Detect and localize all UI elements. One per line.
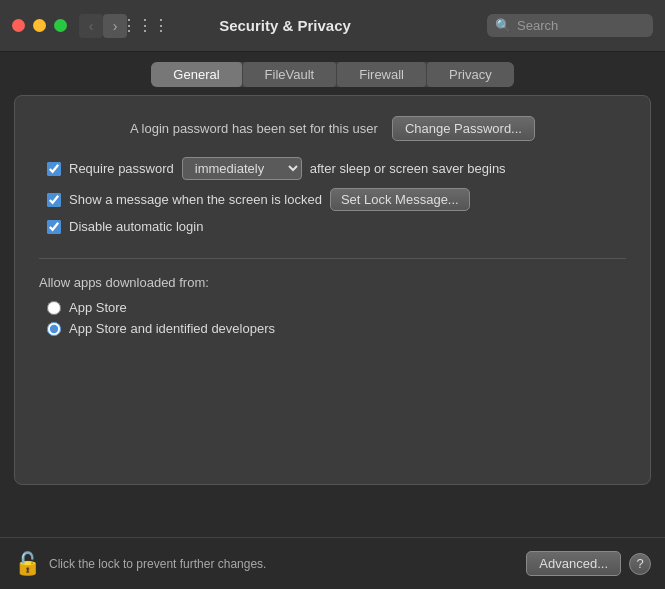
traffic-lights bbox=[12, 19, 67, 32]
app-store-label: App Store bbox=[69, 300, 127, 315]
disable-login-row: Disable automatic login bbox=[47, 219, 626, 234]
tabs-area: General FileVault Firewall Privacy bbox=[0, 52, 665, 87]
disable-login-checkbox[interactable] bbox=[47, 220, 61, 234]
search-input[interactable] bbox=[517, 18, 645, 33]
window-title: Security & Privacy bbox=[83, 17, 487, 34]
show-message-label: Show a message when the screen is locked bbox=[69, 192, 322, 207]
tab-container: General FileVault Firewall Privacy bbox=[151, 62, 513, 87]
search-icon: 🔍 bbox=[495, 18, 511, 33]
require-password-label: Require password bbox=[69, 161, 174, 176]
search-bar[interactable]: 🔍 bbox=[487, 14, 653, 37]
tab-privacy[interactable]: Privacy bbox=[427, 62, 514, 87]
lock-text: Click the lock to prevent further change… bbox=[49, 557, 526, 571]
disable-login-label: Disable automatic login bbox=[69, 219, 203, 234]
section-divider bbox=[39, 258, 626, 259]
app-store-identified-radio[interactable] bbox=[47, 322, 61, 336]
app-store-radio[interactable] bbox=[47, 301, 61, 315]
titlebar: ‹ › ⋮⋮⋮ Security & Privacy 🔍 bbox=[0, 0, 665, 52]
require-password-checkbox[interactable] bbox=[47, 162, 61, 176]
require-password-row: Require password immediately 5 seconds 1… bbox=[47, 157, 626, 180]
password-timing-dropdown[interactable]: immediately 5 seconds 1 minute 5 minutes bbox=[182, 157, 302, 180]
tab-filevault[interactable]: FileVault bbox=[243, 62, 337, 87]
back-arrow-icon: ‹ bbox=[89, 18, 94, 34]
set-lock-message-button[interactable]: Set Lock Message... bbox=[330, 188, 470, 211]
close-button[interactable] bbox=[12, 19, 25, 32]
minimize-button[interactable] bbox=[33, 19, 46, 32]
show-message-row: Show a message when the screen is locked… bbox=[47, 188, 626, 211]
advanced-button[interactable]: Advanced... bbox=[526, 551, 621, 576]
login-password-text: A login password has been set for this u… bbox=[130, 121, 378, 136]
show-message-checkbox[interactable] bbox=[47, 193, 61, 207]
tab-general[interactable]: General bbox=[151, 62, 241, 87]
bottom-bar: 🔓 Click the lock to prevent further chan… bbox=[0, 537, 665, 589]
lock-icon[interactable]: 🔓 bbox=[14, 551, 41, 577]
app-store-identified-label: App Store and identified developers bbox=[69, 321, 275, 336]
app-store-row: App Store bbox=[47, 300, 626, 315]
help-button[interactable]: ? bbox=[629, 553, 651, 575]
login-password-row: A login password has been set for this u… bbox=[39, 116, 626, 141]
maximize-button[interactable] bbox=[54, 19, 67, 32]
after-sleep-label: after sleep or screen saver begins bbox=[310, 161, 506, 176]
app-store-identified-row: App Store and identified developers bbox=[47, 321, 626, 336]
allow-apps-label: Allow apps downloaded from: bbox=[39, 275, 626, 290]
change-password-button[interactable]: Change Password... bbox=[392, 116, 535, 141]
back-button[interactable]: ‹ bbox=[79, 14, 103, 38]
tab-firewall[interactable]: Firewall bbox=[337, 62, 426, 87]
main-panel: A login password has been set for this u… bbox=[14, 95, 651, 485]
